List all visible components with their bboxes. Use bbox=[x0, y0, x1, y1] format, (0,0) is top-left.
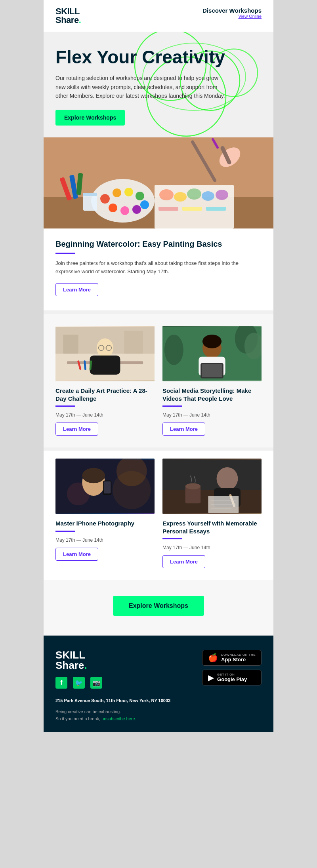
featured-card-title: Beginning Watercolor: Easy Painting Basi… bbox=[55, 240, 262, 249]
card-iphone-date: May 17th — June 14th bbox=[55, 537, 155, 543]
card-iphone: Master iPhone Photography May 17th — Jun… bbox=[55, 459, 155, 568]
svg-point-26 bbox=[187, 188, 201, 200]
row2-section: Master iPhone Photography May 17th — Jun… bbox=[44, 451, 273, 580]
google-play-text: GET IT ON Google Play bbox=[217, 673, 247, 682]
header-nav: Discover Workshops View Online bbox=[202, 7, 262, 19]
card-art-underline bbox=[55, 405, 75, 407]
facebook-icon[interactable]: f bbox=[55, 677, 67, 689]
svg-rect-31 bbox=[206, 207, 226, 211]
footer-social: f 🐦 📷 bbox=[55, 677, 102, 689]
app-store-text: Download on the App Store bbox=[221, 653, 256, 662]
svg-rect-71 bbox=[208, 496, 239, 513]
footer-logo-text: SKILL Share. bbox=[55, 650, 102, 670]
svg-point-60 bbox=[82, 468, 105, 483]
svg-point-14 bbox=[120, 206, 129, 215]
card-social-learn-more[interactable]: Learn More bbox=[162, 423, 205, 436]
card-social-media: Social Media Storytelling: Make Videos T… bbox=[162, 326, 262, 436]
hero-explore-button[interactable]: Explore Workshops bbox=[55, 110, 125, 126]
svg-point-25 bbox=[174, 192, 187, 202]
svg-rect-17 bbox=[83, 193, 97, 196]
svg-point-63 bbox=[113, 471, 151, 509]
footer-unsub: Being creative can be exhausting. So if … bbox=[55, 708, 262, 722]
card-essays-learn-more[interactable]: Learn More bbox=[162, 555, 205, 568]
footer-logo: SKILL Share. bbox=[55, 650, 102, 670]
google-play-name: Google Play bbox=[217, 676, 247, 682]
google-play-icon: ▶ bbox=[208, 673, 214, 682]
row1-section: Create a Daily Art Practice: A 28-Day Ch… bbox=[44, 314, 273, 447]
featured-title-underline bbox=[55, 253, 75, 254]
svg-rect-30 bbox=[182, 207, 202, 211]
app-store-sub: Download on the bbox=[221, 653, 256, 657]
header: SKILL Share. Discover Workshops View Onl… bbox=[44, 0, 273, 32]
google-play-sub: GET IT ON bbox=[217, 673, 247, 676]
card-iphone-image bbox=[55, 459, 155, 514]
logo-text: SKILL Share. bbox=[55, 7, 81, 25]
featured-card-desc: Join three painters for a workshop that'… bbox=[55, 259, 262, 276]
cta-explore-button[interactable]: Explore Workshops bbox=[113, 596, 204, 616]
footer-unsub-text2: So if you need a break, bbox=[55, 716, 100, 721]
card-art-practice: Create a Daily Art Practice: A 28-Day Ch… bbox=[55, 326, 155, 436]
view-online-link[interactable]: View Online bbox=[202, 14, 262, 19]
svg-point-67 bbox=[185, 483, 201, 489]
svg-point-68 bbox=[217, 467, 238, 490]
card-essays-underline bbox=[162, 538, 182, 539]
card-social-underline bbox=[162, 405, 182, 407]
card-iphone-underline bbox=[55, 531, 75, 532]
card-social-title: Social Media Storytelling: Make Videos T… bbox=[162, 387, 262, 402]
watercolor-scene-placeholder bbox=[44, 137, 273, 228]
svg-point-12 bbox=[140, 200, 149, 209]
footer-address: 215 Park Avenue South, 11th Floor, New Y… bbox=[55, 698, 262, 703]
hero-description: Our rotating selection of workshops are … bbox=[55, 74, 230, 100]
svg-rect-29 bbox=[158, 207, 178, 211]
twitter-icon[interactable]: 🐦 bbox=[73, 677, 85, 689]
logo-dot: . bbox=[79, 15, 81, 25]
card-art-learn-more[interactable]: Learn More bbox=[55, 423, 98, 436]
card-essays-date: May 17th — June 14th bbox=[162, 545, 262, 550]
instagram-icon[interactable]: 📷 bbox=[90, 677, 102, 689]
svg-point-9 bbox=[113, 188, 121, 197]
svg-point-8 bbox=[100, 194, 110, 204]
svg-rect-62 bbox=[104, 482, 111, 494]
section-separator-2 bbox=[44, 447, 273, 451]
card-social-date: May 17th — June 14th bbox=[162, 412, 262, 418]
section-separator-1 bbox=[44, 311, 273, 314]
cta-section: Explore Workshops bbox=[44, 580, 273, 636]
card-art-title: Create a Daily Art Practice: A 28-Day Ch… bbox=[55, 387, 155, 402]
svg-rect-46 bbox=[63, 335, 78, 354]
row1-cards: Create a Daily Art Practice: A 28-Day Ch… bbox=[55, 326, 262, 436]
svg-point-50 bbox=[164, 335, 183, 365]
google-play-badge[interactable]: ▶ GET IT ON Google Play bbox=[202, 670, 262, 685]
watercolor-image bbox=[44, 137, 273, 228]
discover-workshops-label: Discover Workshops bbox=[202, 7, 262, 14]
svg-rect-38 bbox=[90, 356, 120, 375]
featured-learn-more-button[interactable]: Learn More bbox=[55, 283, 98, 296]
app-store-name: App Store bbox=[221, 657, 256, 662]
card-art-date: May 17th — June 14th bbox=[55, 412, 155, 418]
footer-left: SKILL Share. f 🐦 📷 bbox=[55, 650, 102, 689]
card-iphone-learn-more[interactable]: Learn More bbox=[55, 548, 98, 561]
row2-cards: Master iPhone Photography May 17th — Jun… bbox=[55, 455, 262, 568]
footer-apps: 🍎 Download on the App Store ▶ GET IT ON … bbox=[202, 650, 262, 685]
footer-unsub-text1: Being creative can be exhausting. bbox=[55, 709, 121, 714]
card-art-image bbox=[55, 326, 155, 381]
svg-point-27 bbox=[202, 191, 214, 201]
card-social-image bbox=[162, 326, 262, 381]
apple-icon: 🍎 bbox=[208, 653, 218, 662]
svg-point-10 bbox=[124, 188, 133, 196]
featured-card: Beginning Watercolor: Easy Painting Basi… bbox=[44, 228, 273, 311]
svg-point-55 bbox=[202, 335, 222, 348]
card-essays: Express Yourself with Memorable Personal… bbox=[162, 459, 262, 568]
svg-rect-54 bbox=[202, 364, 222, 377]
footer-logo-line2: Share bbox=[55, 659, 84, 671]
svg-rect-45 bbox=[124, 331, 143, 354]
logo-line2: Share bbox=[55, 15, 79, 25]
unsubscribe-link[interactable]: unsubscribe here. bbox=[101, 716, 136, 721]
card-essays-image bbox=[162, 459, 262, 514]
footer-logo-dot: . bbox=[84, 659, 87, 671]
footer: SKILL Share. f 🐦 📷 🍎 Download on the App… bbox=[44, 636, 273, 732]
svg-point-24 bbox=[159, 189, 174, 200]
card-iphone-title: Master iPhone Photography bbox=[55, 520, 155, 527]
app-store-badge[interactable]: 🍎 Download on the App Store bbox=[202, 650, 262, 666]
footer-top: SKILL Share. f 🐦 📷 🍎 Download on the App… bbox=[55, 650, 262, 689]
card-essays-title: Express Yourself with Memorable Personal… bbox=[162, 520, 262, 535]
